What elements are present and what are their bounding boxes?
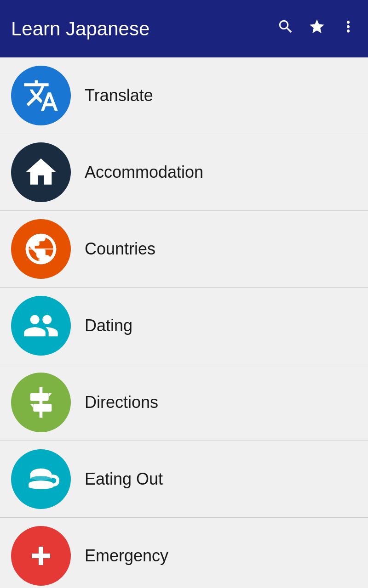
- star-icon[interactable]: [308, 18, 326, 40]
- menu-item-directions[interactable]: Directions: [0, 364, 368, 441]
- translate-label: Translate: [85, 86, 153, 105]
- menu-item-eating-out[interactable]: Eating Out: [0, 441, 368, 518]
- accommodation-label: Accommodation: [85, 163, 203, 182]
- directions-label: Directions: [85, 393, 158, 412]
- svg-rect-2: [40, 387, 43, 418]
- svg-marker-6: [30, 404, 34, 407]
- menu-list: Translate Accommodation Countries Dating: [0, 57, 368, 588]
- svg-rect-3: [30, 393, 49, 401]
- translate-icon-circle: [11, 66, 71, 125]
- svg-rect-14: [32, 554, 50, 558]
- menu-item-countries[interactable]: Countries: [0, 211, 368, 288]
- svg-point-12: [29, 485, 53, 489]
- emergency-label: Emergency: [85, 546, 168, 565]
- app-header: Learn Japanese: [0, 0, 368, 57]
- eating-out-icon-circle: [11, 449, 71, 509]
- search-icon[interactable]: [277, 18, 294, 40]
- countries-icon-circle: [11, 219, 71, 279]
- emergency-icon-circle: [11, 526, 71, 586]
- header-actions: [277, 18, 357, 40]
- menu-item-dating[interactable]: Dating: [0, 288, 368, 364]
- countries-label: Countries: [85, 239, 155, 259]
- accommodation-icon-circle: [11, 142, 71, 202]
- svg-point-0: [38, 257, 44, 262]
- svg-marker-4: [49, 393, 52, 397]
- menu-item-accommodation[interactable]: Accommodation: [0, 134, 368, 211]
- directions-icon-circle: [11, 373, 71, 432]
- eating-out-label: Eating Out: [85, 469, 163, 489]
- dating-icon-circle: [11, 296, 71, 356]
- more-options-icon[interactable]: [339, 18, 357, 40]
- svg-rect-5: [33, 404, 52, 412]
- dating-label: Dating: [85, 316, 132, 335]
- menu-item-emergency[interactable]: Emergency: [0, 518, 368, 588]
- app-title: Learn Japanese: [11, 18, 277, 40]
- menu-item-translate[interactable]: Translate: [0, 57, 368, 134]
